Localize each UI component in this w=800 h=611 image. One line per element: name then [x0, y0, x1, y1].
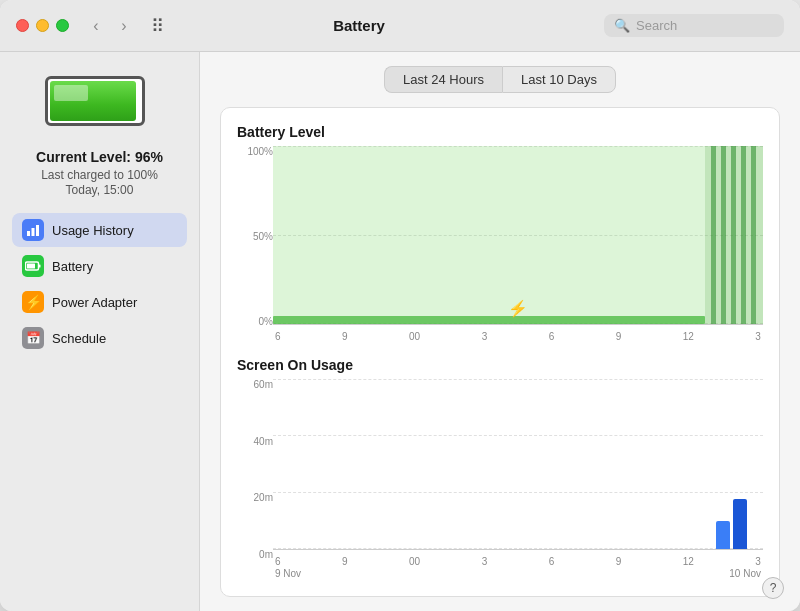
battery-tip: [144, 91, 145, 111]
last-charged-time: Today, 15:00: [66, 183, 134, 197]
usage-history-icon: [22, 219, 44, 241]
y-label-50: 50%: [253, 231, 273, 242]
x-12: 12: [683, 331, 694, 342]
screen-chart-area: 60m 40m 20m 0m: [237, 379, 763, 580]
bolt-icon: ⚡: [508, 299, 528, 318]
sublabel-9nov: 9 Nov: [275, 568, 301, 579]
tabs-row: Last 24 Hours Last 10 Days: [220, 66, 780, 93]
x-6b: 6: [549, 331, 555, 342]
sidebar-item-battery[interactable]: Battery: [12, 249, 187, 283]
current-level: Current Level: 96%: [36, 149, 163, 165]
battery-fill-area: [273, 146, 705, 324]
sidebar-item-power-adapter[interactable]: ⚡ Power Adapter: [12, 285, 187, 319]
search-icon: 🔍: [614, 18, 630, 33]
forward-button[interactable]: ›: [113, 15, 135, 37]
window-title: Battery: [174, 17, 544, 34]
battery-x-labels: 6 9 00 3 6 9 12 3: [273, 331, 763, 342]
tab-24h[interactable]: Last 24 Hours: [384, 66, 502, 93]
y-label-100: 100%: [247, 146, 273, 157]
schedule-icon: 📅: [22, 327, 44, 349]
sublabel-10nov: 10 Nov: [729, 568, 761, 579]
search-placeholder: Search: [636, 18, 677, 33]
sx-3b: 3: [755, 556, 761, 567]
bar-2: [733, 499, 747, 549]
minimize-button[interactable]: [36, 19, 49, 32]
main-panel: Last 24 Hours Last 10 Days Battery Level…: [200, 52, 800, 611]
nav-buttons: ‹ ›: [85, 15, 135, 37]
traffic-lights: [16, 19, 69, 32]
titlebar: ‹ › ⠿ Battery 🔍 Search: [0, 0, 800, 52]
maximize-button[interactable]: [56, 19, 69, 32]
x-9a: 9: [342, 331, 348, 342]
search-box[interactable]: 🔍 Search: [604, 14, 784, 37]
svg-rect-2: [36, 225, 39, 236]
sx-12: 12: [683, 556, 694, 567]
screen-usage-section: Screen On Usage 60m 40m 20m 0m: [237, 357, 763, 580]
sx-9a: 9: [342, 556, 348, 567]
sidebar: Current Level: 96% Last charged to 100% …: [0, 52, 200, 611]
screen-grid-lines: [273, 379, 763, 549]
back-button[interactable]: ‹: [85, 15, 107, 37]
y-0m: 0m: [259, 549, 273, 560]
power-adapter-icon: ⚡: [22, 291, 44, 313]
battery-fill: [50, 81, 136, 121]
sidebar-item-usage-history[interactable]: Usage History: [12, 213, 187, 247]
charging-stripes-area: [705, 146, 763, 324]
sx-6b: 6: [549, 556, 555, 567]
close-button[interactable]: [16, 19, 29, 32]
screen-x-labels: 6 9 00 3 6 9 12 3: [273, 556, 763, 567]
battery-y-labels: 100% 50% 0%: [237, 146, 273, 347]
y-60m: 60m: [254, 379, 273, 390]
svg-rect-0: [27, 231, 30, 236]
battery-icon: [45, 76, 155, 131]
grid-icon[interactable]: ⠿: [151, 15, 164, 37]
sidebar-nav: Usage History Battery ⚡: [12, 213, 187, 355]
y-label-0: 0%: [259, 316, 273, 327]
power-adapter-label: Power Adapter: [52, 295, 137, 310]
svg-rect-5: [39, 265, 41, 268]
x-3a: 3: [482, 331, 488, 342]
battery-chart-area: 100% 50% 0%: [237, 146, 763, 347]
svg-rect-4: [27, 264, 35, 269]
bar-group: [716, 499, 747, 549]
sx-6a: 6: [275, 556, 281, 567]
sidebar-item-schedule[interactable]: 📅 Schedule: [12, 321, 187, 355]
y-40m: 40m: [254, 436, 273, 447]
last-charged: Last charged to 100%: [41, 168, 158, 182]
charts-container: Battery Level 100% 50% 0%: [220, 107, 780, 597]
usage-history-label: Usage History: [52, 223, 134, 238]
battery-label: Battery: [52, 259, 93, 274]
y-20m: 20m: [254, 492, 273, 503]
screen-sub-labels: 9 Nov 10 Nov: [273, 568, 763, 579]
svg-rect-1: [32, 228, 35, 236]
sx-00: 00: [409, 556, 420, 567]
x-3b: 3: [755, 331, 761, 342]
main-window: ‹ › ⠿ Battery 🔍 Search Current Level: 96…: [0, 0, 800, 611]
bar-1: [716, 521, 730, 549]
help-button[interactable]: ?: [762, 577, 784, 599]
x-6a: 6: [275, 331, 281, 342]
battery-nav-icon: [22, 255, 44, 277]
main-content: Current Level: 96% Last charged to 100% …: [0, 52, 800, 611]
schedule-label: Schedule: [52, 331, 106, 346]
x-00: 00: [409, 331, 420, 342]
battery-level-section: Battery Level 100% 50% 0%: [237, 124, 763, 347]
screen-y-labels: 60m 40m 20m 0m: [237, 379, 273, 580]
tab-10d[interactable]: Last 10 Days: [502, 66, 616, 93]
battery-chart-inner: ⚡ 6 9 00 3 6 9 12 3: [273, 146, 763, 325]
battery-body: [45, 76, 145, 126]
screen-chart-title: Screen On Usage: [237, 357, 763, 373]
sx-3a: 3: [482, 556, 488, 567]
battery-shine: [54, 85, 89, 101]
battery-level-bar: [273, 316, 705, 324]
x-9b: 9: [616, 331, 622, 342]
sx-9b: 9: [616, 556, 622, 567]
screen-chart-inner: 6 9 00 3 6 9 12 3 9 Nov: [273, 379, 763, 550]
battery-chart-title: Battery Level: [237, 124, 763, 140]
